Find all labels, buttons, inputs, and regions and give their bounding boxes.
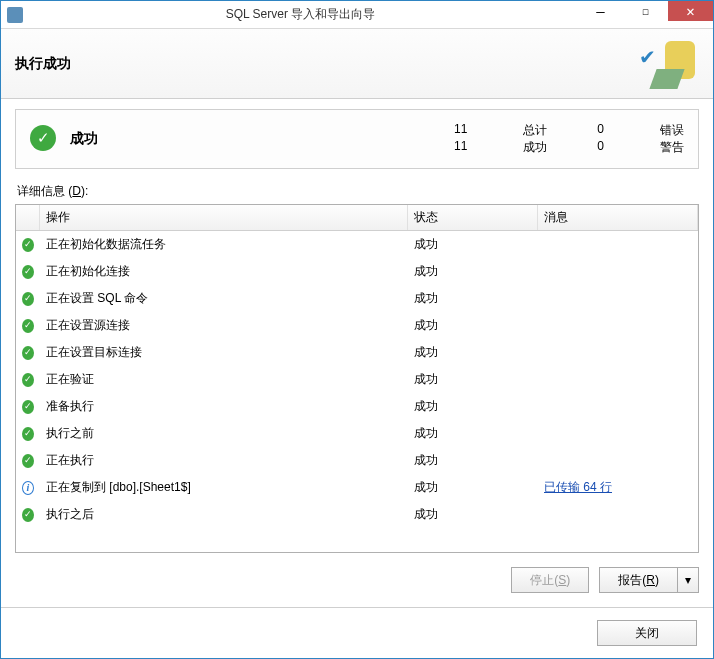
table-row[interactable]: 正在初始化数据流任务成功 <box>16 231 698 258</box>
report-split-button: 报告(R) ▾ <box>599 567 699 593</box>
window-title: SQL Server 导入和导出向导 <box>23 6 578 23</box>
titlebar[interactable]: SQL Server 导入和导出向导 — ☐ ✕ <box>1 1 713 29</box>
chevron-down-icon: ▾ <box>685 573 691 587</box>
table-row[interactable]: 正在初始化连接成功 <box>16 258 698 285</box>
report-button[interactable]: 报告(R) <box>599 567 677 593</box>
maximize-button[interactable]: ☐ <box>623 1 668 21</box>
status-cell: 成功 <box>408 450 538 471</box>
column-message[interactable]: 消息 <box>538 205 698 230</box>
table-row[interactable]: 正在验证成功 <box>16 366 698 393</box>
summary-success-label: 成功 <box>70 130 98 148</box>
success-icon <box>16 425 40 443</box>
summary-stats: 11 总计 0 错误 11 成功 0 警告 <box>98 122 684 156</box>
message-cell <box>538 405 698 409</box>
success-count: 11 <box>454 139 473 156</box>
message-cell <box>538 243 698 247</box>
action-cell: 正在初始化连接 <box>40 261 408 282</box>
close-window-button[interactable]: ✕ <box>668 1 713 21</box>
close-button[interactable]: 关闭 <box>597 620 697 646</box>
details-label: 详细信息 (D): <box>17 183 699 200</box>
wizard-window: SQL Server 导入和导出向导 — ☐ ✕ 执行成功 ✔ 成功 11 总计… <box>0 0 714 659</box>
grid-body[interactable]: 正在初始化数据流任务成功正在初始化连接成功正在设置 SQL 命令成功正在设置源连… <box>16 231 698 552</box>
report-dropdown-button[interactable]: ▾ <box>677 567 699 593</box>
status-cell: 成功 <box>408 396 538 417</box>
summary-panel: 成功 11 总计 0 错误 11 成功 0 警告 <box>15 109 699 169</box>
error-count: 0 <box>597 122 610 139</box>
action-cell: 正在执行 <box>40 450 408 471</box>
status-cell: 成功 <box>408 423 538 444</box>
success-icon <box>16 290 40 308</box>
action-cell: 准备执行 <box>40 396 408 417</box>
success-icon <box>16 263 40 281</box>
column-status[interactable]: 状态 <box>408 205 538 230</box>
message-cell <box>538 378 698 382</box>
action-buttons: 停止(S) 报告(R) ▾ <box>15 567 699 593</box>
total-count: 11 <box>454 122 473 139</box>
success-icon <box>16 236 40 254</box>
success-icon <box>16 452 40 470</box>
action-cell: 正在复制到 [dbo].[Sheet1$] <box>40 477 408 498</box>
status-cell: 成功 <box>408 369 538 390</box>
status-cell: 成功 <box>408 288 538 309</box>
minimize-button[interactable]: — <box>578 1 623 21</box>
table-row[interactable]: 正在复制到 [dbo].[Sheet1$]成功已传输 64 行 <box>16 474 698 501</box>
action-cell: 执行之后 <box>40 504 408 525</box>
table-row[interactable]: 准备执行成功 <box>16 393 698 420</box>
action-cell: 正在设置目标连接 <box>40 342 408 363</box>
success-icon <box>16 398 40 416</box>
action-cell: 正在验证 <box>40 369 408 390</box>
grid-header: 操作 状态 消息 <box>16 205 698 231</box>
table-row[interactable]: 执行之后成功 <box>16 501 698 528</box>
status-cell: 成功 <box>408 477 538 498</box>
message-cell <box>538 513 698 517</box>
message-cell <box>538 297 698 301</box>
action-cell: 正在设置源连接 <box>40 315 408 336</box>
details-grid: 操作 状态 消息 正在初始化数据流任务成功正在初始化连接成功正在设置 SQL 命… <box>15 204 699 553</box>
message-link[interactable]: 已传输 64 行 <box>544 480 612 494</box>
message-cell <box>538 351 698 355</box>
message-cell <box>538 459 698 463</box>
message-cell: 已传输 64 行 <box>538 477 698 498</box>
table-row[interactable]: 正在设置 SQL 命令成功 <box>16 285 698 312</box>
status-cell: 成功 <box>408 504 538 525</box>
content-area: 成功 11 总计 0 错误 11 成功 0 警告 详细信息 (D): 操作 状态… <box>1 99 713 607</box>
message-cell <box>538 432 698 436</box>
app-icon <box>7 7 23 23</box>
total-label: 总计 <box>523 122 547 139</box>
ok-label: 成功 <box>523 139 547 156</box>
action-cell: 正在设置 SQL 命令 <box>40 288 408 309</box>
status-cell: 成功 <box>408 261 538 282</box>
warn-count: 0 <box>597 139 610 156</box>
message-cell <box>538 324 698 328</box>
warn-label: 警告 <box>660 139 684 156</box>
success-icon <box>16 317 40 335</box>
status-cell: 成功 <box>408 342 538 363</box>
error-label: 错误 <box>660 122 684 139</box>
success-icon <box>16 371 40 389</box>
column-icon[interactable] <box>16 205 40 230</box>
action-cell: 执行之前 <box>40 423 408 444</box>
page-header: 执行成功 ✔ <box>1 29 713 99</box>
success-icon <box>16 344 40 362</box>
footer: 关闭 <box>1 607 713 658</box>
window-controls: — ☐ ✕ <box>578 1 713 28</box>
message-cell <box>538 270 698 274</box>
info-icon <box>16 479 40 497</box>
column-action[interactable]: 操作 <box>40 205 408 230</box>
success-icon <box>16 506 40 524</box>
status-cell: 成功 <box>408 234 538 255</box>
table-row[interactable]: 正在执行成功 <box>16 447 698 474</box>
stop-button: 停止(S) <box>511 567 589 593</box>
action-cell: 正在初始化数据流任务 <box>40 234 408 255</box>
table-row[interactable]: 执行之前成功 <box>16 420 698 447</box>
header-illustration: ✔ <box>639 39 699 89</box>
table-row[interactable]: 正在设置源连接成功 <box>16 312 698 339</box>
success-icon <box>30 125 58 153</box>
status-cell: 成功 <box>408 315 538 336</box>
page-title: 执行成功 <box>15 55 639 73</box>
table-row[interactable]: 正在设置目标连接成功 <box>16 339 698 366</box>
